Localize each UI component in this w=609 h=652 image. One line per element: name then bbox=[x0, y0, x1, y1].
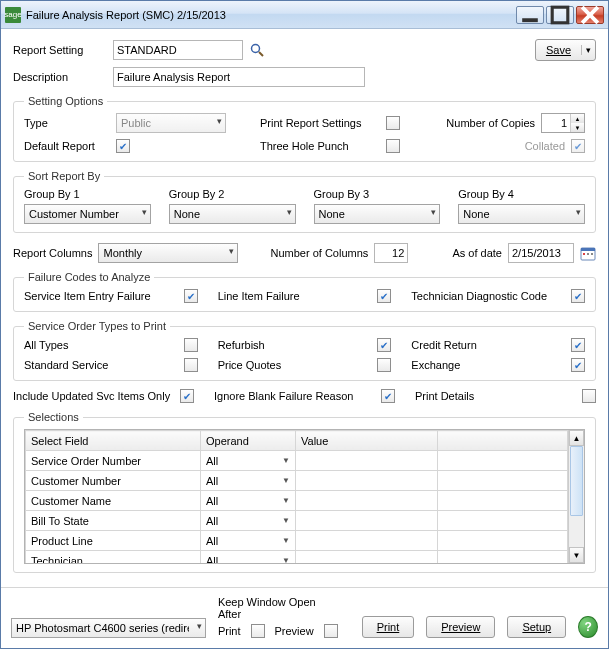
table-row[interactable]: TechnicianAll▼ bbox=[26, 551, 568, 564]
group-by-2-select[interactable]: None bbox=[169, 204, 296, 224]
tech-diag-checkbox[interactable] bbox=[571, 289, 585, 303]
exchange-label: Exchange bbox=[411, 359, 460, 371]
table-row[interactable]: Customer NameAll▼ bbox=[26, 491, 568, 511]
cell-field[interactable]: Product Line bbox=[26, 531, 201, 551]
selections-legend: Selections bbox=[24, 411, 83, 423]
cell-value[interactable] bbox=[296, 551, 438, 564]
scroll-thumb[interactable] bbox=[570, 446, 583, 516]
standard-service-checkbox[interactable] bbox=[184, 358, 198, 372]
credit-return-checkbox[interactable] bbox=[571, 338, 585, 352]
cell-field[interactable]: Service Order Number bbox=[26, 451, 201, 471]
group-by-1-select[interactable]: Customer Number bbox=[24, 204, 151, 224]
print-report-settings-label: Print Report Settings bbox=[260, 117, 380, 129]
setting-options-group: Setting Options Type Public Print Report… bbox=[13, 95, 596, 162]
scroll-down[interactable]: ▼ bbox=[569, 547, 584, 563]
chevron-down-icon[interactable]: ▼ bbox=[282, 496, 290, 505]
printer-select[interactable]: HP Photosmart C4600 series (redirected bbox=[11, 618, 206, 638]
titlebar[interactable]: sage Failure Analysis Report (SMC) 2/15/… bbox=[1, 1, 608, 29]
cell-operand[interactable]: All▼ bbox=[201, 491, 296, 511]
service-item-entry-checkbox[interactable] bbox=[184, 289, 198, 303]
cell-operand[interactable]: All▼ bbox=[201, 471, 296, 491]
cell-value[interactable] bbox=[296, 451, 438, 471]
col-value[interactable]: Value bbox=[296, 431, 438, 451]
all-types-label: All Types bbox=[24, 339, 68, 351]
spin-up[interactable]: ▲ bbox=[570, 114, 584, 123]
exchange-checkbox[interactable] bbox=[571, 358, 585, 372]
print-report-settings-checkbox[interactable] bbox=[386, 116, 400, 130]
sort-report-legend: Sort Report By bbox=[24, 170, 104, 182]
keep-open-label: Keep Window Open After bbox=[218, 596, 338, 620]
chevron-down-icon[interactable]: ▼ bbox=[282, 516, 290, 525]
print-button[interactable]: Print bbox=[362, 616, 415, 638]
lookup-icon[interactable] bbox=[249, 42, 265, 58]
table-row[interactable]: Product LineAll▼ bbox=[26, 531, 568, 551]
line-item-failure-checkbox[interactable] bbox=[377, 289, 391, 303]
group-by-4-select[interactable]: None bbox=[458, 204, 585, 224]
standard-service-label: Standard Service bbox=[24, 359, 108, 371]
price-quotes-label: Price Quotes bbox=[218, 359, 282, 371]
service-item-entry-label: Service Item Entry Failure bbox=[24, 290, 151, 302]
three-hole-checkbox[interactable] bbox=[386, 139, 400, 153]
cell-operand[interactable]: All▼ bbox=[201, 531, 296, 551]
table-header-row: Select Field Operand Value bbox=[26, 431, 568, 451]
include-updated-checkbox[interactable] bbox=[180, 389, 194, 403]
ignore-blank-checkbox[interactable] bbox=[381, 389, 395, 403]
number-of-copies-input[interactable] bbox=[542, 114, 570, 132]
group-by-3-select[interactable]: None bbox=[314, 204, 441, 224]
table-row[interactable]: Customer NumberAll▼ bbox=[26, 471, 568, 491]
setup-button[interactable]: Setup bbox=[507, 616, 566, 638]
cell-blank bbox=[438, 511, 568, 531]
print-details-checkbox[interactable] bbox=[582, 389, 596, 403]
chevron-down-icon[interactable]: ▼ bbox=[282, 536, 290, 545]
default-report-label: Default Report bbox=[24, 140, 110, 152]
scrollbar[interactable]: ▲ ▼ bbox=[568, 430, 584, 563]
table-row[interactable]: Service Order NumberAll▼ bbox=[26, 451, 568, 471]
selections-table[interactable]: Select Field Operand Value Service Order… bbox=[25, 430, 568, 563]
tech-diag-label: Technician Diagnostic Code bbox=[411, 290, 547, 302]
print-details-label: Print Details bbox=[415, 390, 474, 402]
help-button[interactable]: ? bbox=[578, 616, 598, 638]
cell-operand[interactable]: All▼ bbox=[201, 511, 296, 531]
minimize-button[interactable] bbox=[516, 6, 544, 24]
report-setting-input[interactable] bbox=[113, 40, 243, 60]
col-operand[interactable]: Operand bbox=[201, 431, 296, 451]
cell-blank bbox=[438, 531, 568, 551]
chevron-down-icon[interactable]: ▼ bbox=[282, 556, 290, 563]
report-columns-select[interactable]: Monthly bbox=[98, 243, 238, 263]
table-row[interactable]: Bill To StateAll▼ bbox=[26, 511, 568, 531]
default-report-checkbox[interactable] bbox=[116, 139, 130, 153]
spin-down[interactable]: ▼ bbox=[570, 123, 584, 132]
keep-open-preview-checkbox[interactable] bbox=[324, 624, 338, 638]
cell-field[interactable]: Customer Name bbox=[26, 491, 201, 511]
save-dropdown-button[interactable]: ▾ bbox=[581, 45, 595, 55]
keep-open-print-checkbox[interactable] bbox=[251, 624, 265, 638]
num-columns-input[interactable] bbox=[374, 243, 408, 263]
scroll-up[interactable]: ▲ bbox=[569, 430, 584, 446]
calendar-icon[interactable] bbox=[580, 245, 596, 261]
maximize-button[interactable] bbox=[546, 6, 574, 24]
chevron-down-icon[interactable]: ▼ bbox=[282, 476, 290, 485]
all-types-checkbox[interactable] bbox=[184, 338, 198, 352]
cell-operand[interactable]: All▼ bbox=[201, 551, 296, 564]
type-label: Type bbox=[24, 117, 110, 129]
refurbish-checkbox[interactable] bbox=[377, 338, 391, 352]
cell-operand[interactable]: All▼ bbox=[201, 451, 296, 471]
cell-value[interactable] bbox=[296, 471, 438, 491]
cell-value[interactable] bbox=[296, 511, 438, 531]
preview-button[interactable]: Preview bbox=[426, 616, 495, 638]
three-hole-label: Three Hole Punch bbox=[260, 140, 380, 152]
close-button[interactable] bbox=[576, 6, 604, 24]
as-of-date-input[interactable] bbox=[508, 243, 574, 263]
save-button[interactable]: Save ▾ bbox=[535, 39, 596, 61]
cell-value[interactable] bbox=[296, 491, 438, 511]
number-of-copies-spinner[interactable]: ▲▼ bbox=[541, 113, 585, 133]
price-quotes-checkbox[interactable] bbox=[377, 358, 391, 372]
description-input[interactable] bbox=[113, 67, 365, 87]
cell-field[interactable]: Customer Number bbox=[26, 471, 201, 491]
cell-value[interactable] bbox=[296, 531, 438, 551]
col-select-field[interactable]: Select Field bbox=[26, 431, 201, 451]
svg-rect-10 bbox=[591, 253, 593, 255]
cell-field[interactable]: Technician bbox=[26, 551, 201, 564]
chevron-down-icon[interactable]: ▼ bbox=[282, 456, 290, 465]
cell-field[interactable]: Bill To State bbox=[26, 511, 201, 531]
